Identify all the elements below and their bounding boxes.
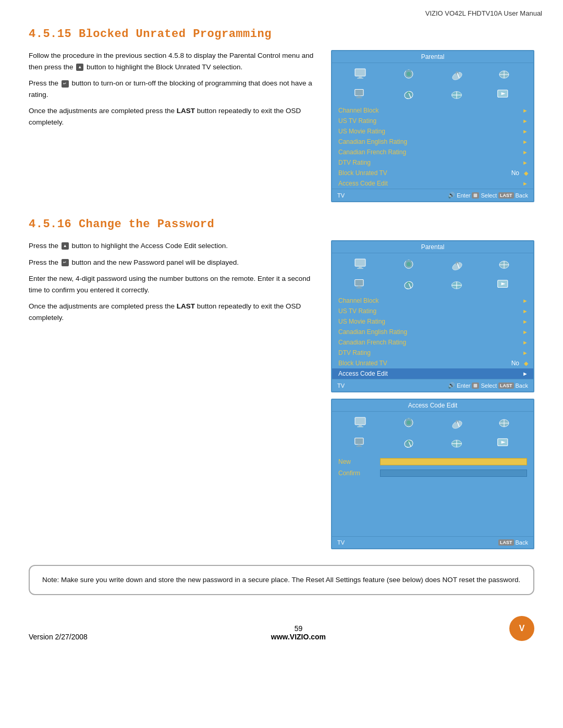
svg-rect-1	[359, 76, 362, 78]
vizio-logo: V	[509, 616, 534, 641]
icon-small-2-1	[351, 276, 371, 293]
icon-globe-2	[494, 256, 514, 273]
note-text: Note: Make sure you write down and store…	[42, 576, 520, 584]
svg-rect-63	[356, 446, 362, 447]
svg-point-52	[407, 421, 411, 425]
svg-rect-24	[355, 259, 365, 266]
icon-camera-2	[399, 256, 419, 273]
para-1-3: Once the adjustments are completed press…	[29, 105, 315, 128]
tv-screen-1-header: Parental	[332, 51, 533, 63]
svg-rect-15	[356, 97, 362, 98]
para-1-1: Follow the procedure in the previous sec…	[29, 50, 315, 72]
tv-screen-2-header: Parental	[332, 241, 533, 253]
note-box: Note: Make sure you write down and store…	[29, 565, 534, 595]
svg-rect-26	[357, 268, 363, 269]
tv-footer-right-access: LAST Back	[498, 539, 528, 546]
tv-icons-bottom-1	[332, 85, 533, 105]
tv-icons-bottom-3	[332, 434, 533, 454]
svg-rect-61	[354, 438, 363, 444]
tv-footer-2: TV 🔊 Enter ⊞ Select LAST Back	[332, 379, 533, 391]
version-text: Version 2/27/2008	[29, 633, 88, 641]
menu-item-2-can-eng: Canadian English Rating ►	[332, 327, 533, 337]
tv-screen-2: Parental	[331, 240, 534, 392]
menu-item-access-code-1: Access Code Edit ►	[332, 178, 533, 189]
icon-small-3-2	[399, 435, 419, 451]
icon-small-4	[494, 86, 514, 103]
icon-monitor-2	[351, 256, 371, 273]
svg-rect-13	[354, 89, 363, 95]
tv-menu-2: Channel Block ► US TV Rating ► US Movie …	[332, 295, 533, 379]
svg-rect-48	[355, 417, 365, 425]
button-icon-1: ▲	[76, 64, 83, 71]
footer-center: 59 www.VIZIO.com	[88, 624, 509, 641]
tv-footer-left-2: TV	[337, 382, 345, 389]
svg-rect-39	[356, 287, 362, 288]
svg-rect-25	[359, 266, 362, 268]
menu-item-2-dtv: DTV Rating ►	[332, 348, 533, 358]
icon-small-2	[399, 86, 419, 103]
tv-footer-1: TV 🔊 Enter ⊞ Select LAST Back	[332, 189, 533, 201]
section-2-text: Press the ▲ button to highlight the Acce…	[29, 240, 315, 329]
tv-icons-top-3	[332, 412, 533, 434]
icon-monitor-3	[351, 415, 371, 431]
menu-item-us-movie: US Movie Rating ►	[332, 126, 533, 137]
icon-dish-2	[447, 256, 467, 273]
tv-footer-left-1: TV	[337, 192, 345, 199]
menu-item-2-us-movie: US Movie Rating ►	[332, 316, 533, 327]
svg-point-41	[408, 282, 410, 285]
svg-rect-50	[357, 426, 363, 427]
svg-rect-29	[406, 260, 411, 262]
section-title-1: 4.5.15 Blocked Unrated Programming	[29, 28, 534, 41]
icon-small-3-1	[351, 435, 371, 451]
svg-rect-2	[357, 78, 363, 79]
svg-rect-14	[358, 96, 360, 97]
svg-point-28	[407, 262, 411, 266]
icon-monitor	[351, 66, 371, 83]
menu-item-can-eng: Canadian English Rating ►	[332, 137, 533, 147]
menu-item-us-tv: US TV Rating ►	[332, 116, 533, 126]
icon-small-3-3	[447, 435, 467, 451]
menu-item-dtv: DTV Rating ►	[332, 157, 533, 168]
para-2-4: Once the adjustments are completed press…	[29, 301, 315, 323]
para-2-3: Enter the new, 4-digit password using th…	[29, 273, 315, 295]
para-2-1: Press the ▲ button to highlight the Acce…	[29, 240, 315, 252]
svg-rect-38	[358, 286, 360, 288]
icon-small-2-2	[399, 276, 419, 293]
tv-icons-bottom-2	[332, 275, 533, 295]
menu-item-2-access-code: Access Code Edit ►	[332, 368, 533, 379]
svg-rect-49	[359, 425, 362, 426]
button-icon-2: ↵	[62, 80, 69, 88]
tv-screen-access-header: Access Code Edit	[332, 400, 533, 412]
para-2-2: Press the ↵ button and the new Password …	[29, 257, 315, 268]
icon-small-2-4	[494, 276, 514, 293]
icon-small-3-4	[494, 435, 514, 451]
tv-footer-right-2: 🔊 Enter ⊞ Select LAST Back	[448, 382, 528, 389]
menu-item-2-channel-block: Channel Block ►	[332, 295, 533, 306]
svg-rect-37	[354, 279, 363, 286]
section-1-text: Follow the procedure in the previous sec…	[29, 50, 315, 133]
access-new-input[interactable]	[380, 458, 527, 465]
page-footer: Version 2/27/2008 59 www.VIZIO.com V	[0, 611, 563, 651]
two-screens: Parental	[331, 240, 534, 549]
icon-dish-3	[447, 415, 467, 431]
footer-website: www.VIZIO.com	[271, 633, 326, 641]
menu-item-2-block-unrated: Block Unrated TV No ◆	[332, 358, 533, 368]
page-number: 59	[88, 624, 509, 633]
svg-point-4	[407, 72, 411, 76]
svg-rect-62	[358, 445, 360, 446]
svg-point-65	[408, 440, 410, 443]
icon-small-1	[351, 86, 371, 103]
tv-icons-top-2	[332, 253, 533, 275]
menu-item-channel-block: Channel Block ►	[332, 105, 533, 116]
icon-small-3	[447, 86, 467, 103]
access-confirm-input[interactable]	[380, 470, 527, 477]
section-1-layout: Follow the procedure in the previous sec…	[29, 50, 534, 202]
tv-footer-access: TV LAST Back	[332, 536, 533, 548]
button-icon-3: ▲	[62, 242, 69, 250]
svg-rect-5	[406, 70, 411, 72]
access-confirm-label: Confirm	[338, 470, 375, 477]
menu-item-can-fr: Canadian French Rating ►	[332, 147, 533, 157]
icon-globe-3	[494, 415, 514, 431]
section-title-2: 4.5.16 Change the Password	[29, 218, 534, 231]
icon-satellite-dish	[447, 66, 467, 83]
